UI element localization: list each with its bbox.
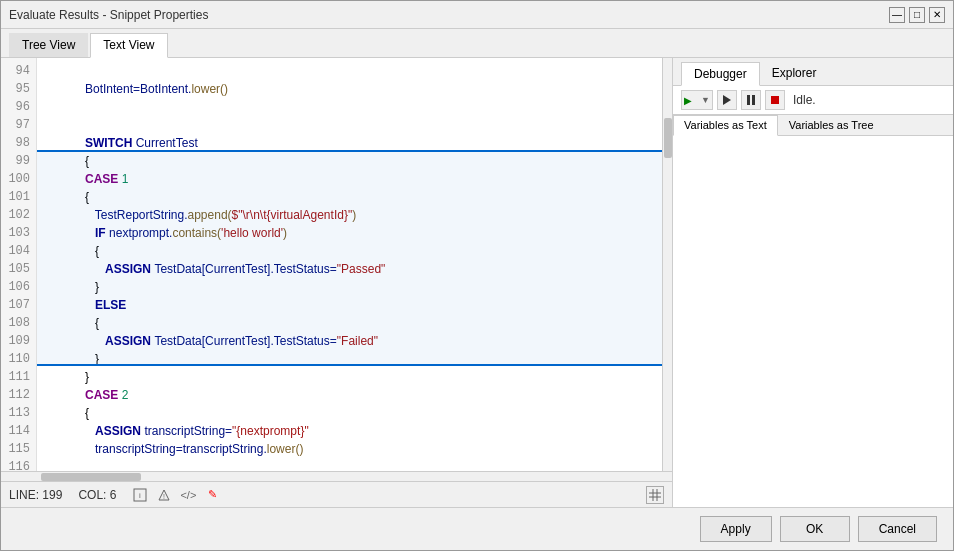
tab-variables-text[interactable]: Variables as Text xyxy=(673,115,778,136)
code-panel: 94 95 96 97 98 99 100 101 102 103 104 10… xyxy=(1,58,673,507)
variables-tab-bar: Variables as Text Variables as Tree xyxy=(673,115,953,136)
code-line-107: { xyxy=(45,296,654,314)
right-panel: Debugger Explorer ▶ ▼ xyxy=(673,58,953,507)
window-title: Evaluate Results - Snippet Properties xyxy=(9,8,208,22)
code-line-114: transcriptString=transcriptString.lower(… xyxy=(45,422,654,440)
code-line-96 xyxy=(45,98,654,116)
svg-rect-10 xyxy=(752,95,755,105)
code-line-94: BotIntent=BotIntent.lower() xyxy=(45,62,654,80)
tab-text-view[interactable]: Text View xyxy=(90,33,167,58)
code-line-108: ASSIGN TestData[CurrentTest].TestStatus=… xyxy=(45,314,654,332)
debugger-tab-bar: Debugger Explorer xyxy=(673,58,953,86)
debug-status: Idle. xyxy=(793,93,816,107)
vertical-scrollbar[interactable] xyxy=(662,58,672,471)
code-line-106: ELSE xyxy=(45,278,654,296)
code-line-100: { xyxy=(45,170,654,188)
code-line-112: { xyxy=(45,386,654,404)
close-button[interactable]: ✕ xyxy=(929,7,945,23)
ok-button[interactable]: OK xyxy=(780,516,850,542)
code-line-109: } xyxy=(45,332,654,350)
code-line-101: TestReportString.append($"\r\n\t{virtual… xyxy=(45,188,654,206)
status-icons: i ! </> ✎ xyxy=(132,487,220,503)
debugger-toolbar: ▶ ▼ xyxy=(673,86,953,115)
code-line-115 xyxy=(45,440,654,458)
status-line: LINE: 199 xyxy=(9,488,62,502)
minimize-button[interactable]: ― xyxy=(889,7,905,23)
code-editor[interactable]: BotIntent=BotIntent.lower() SWITCH Curre… xyxy=(37,58,662,471)
code-line-116: IF nextprompt.contains('bot response') &… xyxy=(45,458,654,471)
code-line-99: CASE 1 xyxy=(45,152,654,170)
debug-pause-button[interactable] xyxy=(741,90,761,110)
status-icon-2[interactable]: ! xyxy=(156,487,172,503)
window-controls: ― □ ✕ xyxy=(889,7,945,23)
debug-continue-button[interactable] xyxy=(717,90,737,110)
code-line-98: { xyxy=(45,134,654,152)
status-icon-1[interactable]: i xyxy=(132,487,148,503)
code-line-111: CASE 2 xyxy=(45,368,654,386)
horizontal-scrollbar[interactable] xyxy=(1,471,672,481)
code-line-103: { xyxy=(45,224,654,242)
tab-bar: Tree View Text View xyxy=(1,29,953,58)
code-line-102: IF nextprompt.contains('hello world') xyxy=(45,206,654,224)
tab-debugger[interactable]: Debugger xyxy=(681,62,760,86)
svg-rect-9 xyxy=(747,95,750,105)
main-content: 94 95 96 97 98 99 100 101 102 103 104 10… xyxy=(1,58,953,507)
main-window: Evaluate Results - Snippet Properties ― … xyxy=(0,0,954,551)
tab-variables-tree[interactable]: Variables as Tree xyxy=(778,115,885,135)
status-icon-grid[interactable] xyxy=(646,486,664,504)
svg-rect-11 xyxy=(771,96,779,104)
code-line-110: } xyxy=(45,350,654,368)
svg-text:i: i xyxy=(140,491,142,500)
tab-tree-view[interactable]: Tree View xyxy=(9,33,88,57)
scrollbar-h-thumb[interactable] xyxy=(41,473,141,481)
bottom-action-bar: Apply OK Cancel xyxy=(1,507,953,550)
debug-stop-button[interactable] xyxy=(765,90,785,110)
variables-content xyxy=(673,136,953,507)
code-line-97: SWITCH CurrentTest xyxy=(45,116,654,134)
debug-run-dropdown[interactable]: ▶ ▼ xyxy=(681,90,713,110)
code-line-95 xyxy=(45,80,654,98)
code-scroll-area: 94 95 96 97 98 99 100 101 102 103 104 10… xyxy=(1,58,672,471)
cancel-button[interactable]: Cancel xyxy=(858,516,937,542)
apply-button[interactable]: Apply xyxy=(700,516,772,542)
code-line-113: ASSIGN transcriptString="{nextprompt}" xyxy=(45,404,654,422)
svg-marker-8 xyxy=(723,95,731,105)
tab-explorer[interactable]: Explorer xyxy=(760,62,829,85)
code-line-105: } xyxy=(45,260,654,278)
title-bar: Evaluate Results - Snippet Properties ― … xyxy=(1,1,953,29)
scrollbar-v-thumb[interactable] xyxy=(664,118,672,158)
line-numbers: 94 95 96 97 98 99 100 101 102 103 104 10… xyxy=(1,58,37,471)
svg-text:!: ! xyxy=(163,493,165,500)
status-icon-3[interactable]: </> xyxy=(180,487,196,503)
code-line-104: ASSIGN TestData[CurrentTest].TestStatus=… xyxy=(45,242,654,260)
maximize-button[interactable]: □ xyxy=(909,7,925,23)
status-bar: LINE: 199 COL: 6 i ! xyxy=(1,481,672,507)
status-col: COL: 6 xyxy=(78,488,116,502)
status-icon-4[interactable]: ✎ xyxy=(204,487,220,503)
